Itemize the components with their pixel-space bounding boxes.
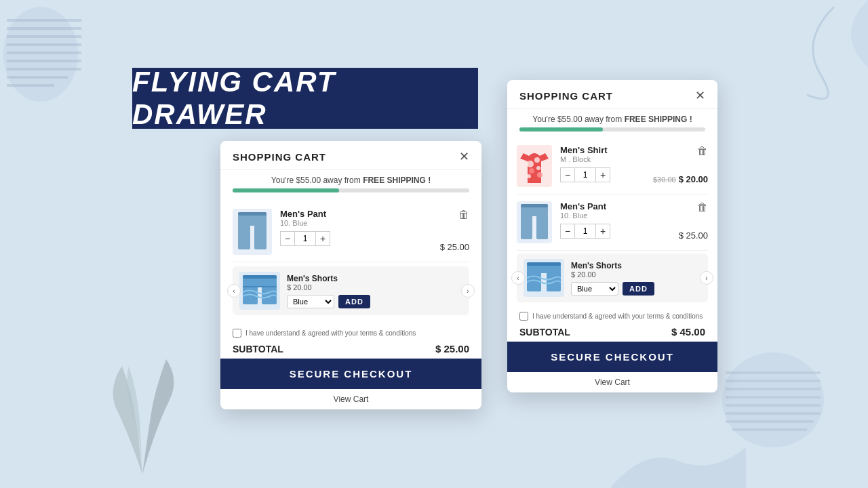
upsell-inner-1: Men's Shorts $ 20.00 Blue Red Green ADD [239, 272, 462, 310]
checkout-btn-2[interactable]: SECURE CHECKOUT [507, 342, 717, 372]
hero-banner: FLYING CART DRAWER [132, 68, 478, 129]
delete-pant-2[interactable]: 🗑 [697, 201, 708, 214]
shirt-price-original-2: $30.00 [653, 176, 676, 184]
shirt-name-2: Men's Shirt [560, 145, 708, 155]
upsell-prev-2[interactable]: ‹ [511, 271, 525, 285]
upsell-controls-1: Blue Red Green ADD [287, 295, 462, 308]
terms-row-2: I have understand & agreed with your ter… [507, 308, 717, 322]
subtotal-row-2: SUBTOTAL $ 45.00 [507, 322, 717, 342]
upsell-price-1: $ 20.00 [287, 283, 462, 291]
upsell-details-2: Men's Shorts $ 20.00 Blue Red Green ADD [571, 261, 701, 296]
pant-variant-2: 10. Blue [560, 211, 708, 220]
upsell-color-select-2[interactable]: Blue Red Green [571, 282, 618, 296]
pant-image-1 [233, 209, 272, 255]
svg-point-0 [3, 7, 78, 102]
qty-input-pant-1[interactable] [295, 231, 315, 246]
delete-shirt-2[interactable]: 🗑 [697, 145, 708, 157]
svg-rect-40 [536, 215, 548, 239]
upsell-name-2: Men's Shorts [571, 261, 701, 270]
shirt-image-2 [517, 145, 552, 187]
upsell-inner-2: Men's Shorts $ 20.00 Blue Red Green ADD [524, 259, 701, 297]
qty-increase-shirt-2[interactable]: + [595, 167, 610, 182]
progress-bar-bg-1 [233, 188, 469, 192]
subtotal-label-1: SUBTOTAL [233, 344, 283, 354]
pant-name-1: Men's Pant [280, 209, 469, 219]
upsell-details-1: Men's Shorts $ 20.00 Blue Red Green ADD [287, 274, 462, 308]
progress-bar-fill-1 [233, 188, 339, 192]
shipping-bar-section-2: You're $55.00 away from FREE SHIPPING ! [507, 109, 717, 136]
view-cart-link-2[interactable]: View Cart [507, 372, 717, 392]
shorts-upsell-img-1 [239, 272, 280, 310]
view-cart-link-1[interactable]: View Cart [220, 389, 481, 409]
svg-rect-46 [527, 262, 561, 266]
subtotal-amount-2: $ 45.00 [671, 326, 705, 338]
qty-decrease-shirt-2[interactable]: − [560, 167, 575, 182]
cart-items-2: Men's Shirt M . Block − + 🗑 $30.00$ 20.0… [507, 136, 717, 308]
cart-items-1: Men's Pant 10. Blue − + 🗑 $ 25.00 ‹ [220, 197, 481, 325]
upsell-section-1: ‹ [233, 266, 469, 315]
hero-title: FLYING CART DRAWER [132, 66, 478, 131]
cart-item-pant-2: Men's Pant 10. Blue − + 🗑 $ 25.00 [517, 195, 708, 251]
cart-title-1: SHOPPING CART [233, 151, 326, 163]
pant-price-1: $ 25.00 [440, 242, 469, 252]
delete-pant-1[interactable]: 🗑 [458, 209, 469, 221]
progress-bar-bg-2 [519, 127, 705, 131]
pant-name-2: Men's Pant [560, 201, 708, 211]
svg-rect-22 [254, 224, 267, 249]
subtotal-amount-1: $ 25.00 [435, 343, 469, 354]
svg-point-31 [527, 161, 534, 167]
upsell-name-1: Men's Shorts [287, 274, 462, 283]
upsell-price-2: $ 20.00 [571, 270, 701, 279]
terms-checkbox-2[interactable] [519, 312, 528, 321]
cart-drawer-2: SHOPPING CART ✕ You're $55.00 away from … [507, 80, 717, 392]
qty-input-pant-2[interactable] [575, 224, 595, 239]
pant-variant-1: 10. Blue [280, 219, 469, 227]
bg-decoration-tl [0, 0, 122, 136]
shirt-price-sale-2: $ 20.00 [679, 174, 708, 184]
terms-checkbox-1[interactable] [233, 329, 241, 338]
svg-rect-21 [238, 224, 250, 249]
subtotal-row-1: SUBTOTAL $ 25.00 [220, 339, 481, 359]
svg-point-34 [536, 166, 540, 170]
qty-increase-pant-2[interactable]: + [595, 224, 610, 239]
svg-point-32 [534, 157, 540, 163]
terms-row-1: I have understand & agreed with your ter… [220, 325, 481, 339]
upsell-section-2: ‹ Men's Shorts [517, 253, 708, 302]
qty-decrease-pant-1[interactable]: − [280, 231, 295, 246]
pant-details-1: Men's Pant 10. Blue − + [280, 209, 469, 246]
cart-title-2: SHOPPING CART [519, 90, 613, 102]
upsell-add-btn-2[interactable]: ADD [623, 282, 654, 296]
svg-rect-39 [521, 215, 532, 239]
cart-item-shirt-2: Men's Shirt M . Block − + 🗑 $30.00$ 20.0… [517, 138, 708, 195]
upsell-prev-1[interactable]: ‹ [227, 284, 241, 298]
cart-header-1: SHOPPING CART ✕ [220, 141, 481, 170]
bg-decoration-tr [698, 0, 868, 102]
svg-rect-41 [521, 204, 548, 207]
subtotal-label-2: SUBTOTAL [519, 327, 570, 338]
shipping-bar-section-1: You're $55.00 away from FREE SHIPPING ! [220, 170, 481, 197]
qty-decrease-pant-2[interactable]: − [560, 224, 575, 239]
shipping-text-1: You're $55.00 away from FREE SHIPPING ! [233, 176, 469, 185]
pant-image-2 [517, 201, 552, 243]
qty-input-shirt-2[interactable] [575, 167, 595, 182]
checkout-btn-1[interactable]: SECURE CHECKOUT [220, 359, 481, 389]
shirt-price-2: $30.00$ 20.00 [653, 174, 708, 184]
upsell-next-1[interactable]: › [461, 284, 475, 298]
shirt-variant-2: M . Block [560, 155, 708, 163]
close-button-1[interactable]: ✕ [459, 150, 469, 163]
upsell-add-btn-1[interactable]: ADD [338, 295, 370, 308]
svg-point-33 [529, 168, 534, 174]
bg-decoration-bottom [610, 407, 746, 488]
bg-decoration-grass [95, 352, 190, 474]
upsell-color-select-1[interactable]: Blue Red Green [287, 295, 334, 308]
cart-drawer-1: SHOPPING CART ✕ You're $55.00 away from … [220, 141, 481, 409]
shipping-text-2: You're $55.00 away from FREE SHIPPING ! [519, 115, 705, 124]
cart-item-pant-1: Men's Pant 10. Blue − + 🗑 $ 25.00 [233, 202, 469, 262]
shorts-upsell-img-2 [524, 259, 564, 297]
upsell-next-2[interactable]: › [700, 271, 713, 285]
cart-header-2: SHOPPING CART ✕ [507, 80, 717, 109]
upsell-controls-2: Blue Red Green ADD [571, 282, 701, 296]
close-button-2[interactable]: ✕ [695, 89, 705, 102]
qty-increase-pant-1[interactable]: + [315, 231, 330, 246]
progress-bar-fill-2 [519, 127, 603, 131]
